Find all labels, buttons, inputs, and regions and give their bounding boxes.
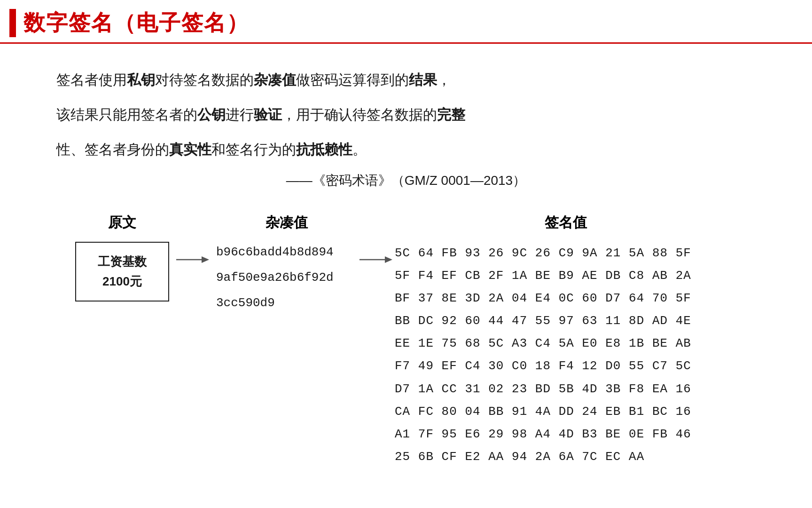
desc-result: 结果 — [409, 72, 437, 87]
col-header-signval: 签名值 — [395, 213, 737, 232]
sign-hex-line-3: BB DC 92 60 44 47 55 97 63 11 8D AD 4E — [395, 310, 737, 332]
arrow1-col — [169, 237, 216, 264]
desc-line1-mid2: 做密码运算得到的 — [296, 72, 409, 87]
description-paragraph: 签名者使用私钥对待签名数据的杂凑值做密码运算得到的结果， — [56, 67, 756, 93]
page-container: 数字签名（电子签名） 签名者使用私钥对待签名数据的杂凑值做密码运算得到的结果， … — [0, 0, 812, 508]
doc-col: 工资基数 2100元 — [75, 237, 169, 302]
desc-line1-mid1: 对待签名数据的 — [155, 72, 254, 87]
hash-line1: b96c6badd4b8d894 — [216, 242, 357, 262]
desc-line3-mid1: 、签名者身份的 — [70, 142, 169, 157]
hash-col: b96c6badd4b8d894 9af50e9a26b6f92d 3cc590… — [216, 237, 357, 314]
desc-line2-prefix: 该结果只能用签名者的 — [56, 107, 197, 122]
desc-line1-suffix: ， — [437, 72, 451, 87]
sign-hex-line-1: 5F F4 EF CB 2F 1A BE B9 AE DB C8 AB 2A — [395, 264, 737, 287]
sign-hex-block: 5C 64 FB 93 26 9C 26 C9 9A 21 5A 88 5F5F… — [395, 242, 737, 468]
desc-line3-mid2: 和签名行为的 — [211, 142, 296, 157]
sign-hex-line-7: CA FC 80 04 BB 91 4A DD 24 EB B1 BC 16 — [395, 400, 737, 423]
hash-line3: 3cc590d9 — [216, 293, 357, 313]
desc-line2-mid2: ，用于确认待签名数据的 — [282, 107, 437, 122]
sign-hex-line-0: 5C 64 FB 93 26 9C 26 C9 9A 21 5A 88 5F — [395, 242, 737, 264]
sign-hex-line-8: A1 7F 95 E6 29 98 A4 4D B3 BE 0E FB 46 — [395, 423, 737, 445]
arrow2-col — [357, 237, 395, 264]
desc-line3-suffix: 。 — [352, 142, 367, 157]
desc-line2-mid1: 进行 — [226, 107, 254, 122]
sign-hex-line-9: 25 6B CF E2 AA 94 2A 6A 7C EC AA — [395, 445, 737, 468]
description-line3: 性、签名者身份的真实性和签名行为的抗抵赖性。 — [56, 137, 756, 162]
col-header-yuanwen: 原文 — [75, 213, 169, 232]
sign-col: 5C 64 FB 93 26 9C 26 C9 9A 21 5A 88 5F5F… — [395, 237, 737, 468]
diagram-section: 原文 杂凑值 签名值 工资基数 2100元 — [56, 213, 756, 468]
desc-authenticity: 真实性 — [169, 142, 211, 157]
main-content: 签名者使用私钥对待签名数据的杂凑值做密码运算得到的结果， 该结果只能用签名者的公… — [0, 44, 812, 482]
diagram-headers: 原文 杂凑值 签名值 — [56, 213, 756, 232]
arrow1-icon — [176, 255, 209, 264]
sign-hex-line-2: BF 37 8E 3D 2A 04 E4 0C 60 D7 64 70 5F — [395, 287, 737, 310]
desc-line1-prefix: 签名者使用 — [56, 72, 127, 87]
header: 数字签名（电子签名） — [0, 0, 812, 44]
arrow2-icon — [359, 255, 392, 264]
svg-marker-1 — [202, 256, 209, 263]
desc-public-key: 公钥 — [197, 107, 226, 122]
header-accent-bar — [9, 9, 16, 37]
desc-private-key: 私钥 — [127, 72, 155, 87]
desc-non-repudiation: 抗抵赖性 — [296, 142, 352, 157]
doc-box: 工资基数 2100元 — [75, 242, 169, 302]
sign-hex-line-4: EE 1E 75 68 5C A3 C4 5A E0 E8 1B BE AB — [395, 332, 737, 355]
citation-text: ——《密码术语》（GM/Z 0001—2013） — [56, 172, 756, 190]
page-title: 数字签名（电子签名） — [23, 8, 249, 38]
doc-line1: 工资基数 — [87, 252, 157, 272]
desc-hash-value: 杂凑值 — [254, 72, 296, 87]
description-line2: 该结果只能用签名者的公钥进行验证，用于确认待签名数据的完整 — [56, 102, 756, 127]
sign-hex-line-5: F7 49 EF C4 30 C0 18 F4 12 D0 55 C7 5C — [395, 355, 737, 377]
svg-marker-3 — [385, 256, 392, 263]
desc-integrity: 完整 — [437, 107, 465, 122]
hash-line2: 9af50e9a26b6f92d — [216, 267, 357, 288]
desc-verify: 验证 — [254, 107, 282, 122]
sign-hex-line-6: D7 1A CC 31 02 23 BD 5B 4D 3B F8 EA 16 — [395, 378, 737, 400]
doc-line2: 2100元 — [87, 272, 157, 292]
desc-line3-prefix: 性 — [56, 142, 70, 157]
content-row: 工资基数 2100元 b96c6badd4b8d894 9af50e9a26b6… — [56, 237, 756, 468]
col-header-hashval: 杂凑值 — [216, 213, 357, 232]
